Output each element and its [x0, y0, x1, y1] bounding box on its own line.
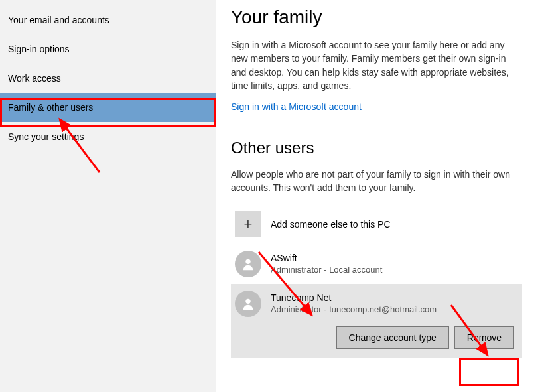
remove-button[interactable]: Remove: [454, 326, 514, 349]
family-heading: Your family: [231, 7, 522, 28]
user-subtitle: Administrator - Local account: [271, 265, 382, 275]
signin-microsoft-link[interactable]: Sign in with a Microsoft account: [231, 101, 522, 112]
sidebar-item-email-accounts[interactable]: Your email and accounts: [0, 5, 216, 34]
user-account-aswift[interactable]: ASwift Administrator - Local account: [231, 244, 522, 284]
other-users-description: Allow people who are not part of your fa…: [231, 168, 522, 195]
user-name: ASwift: [271, 253, 382, 263]
user-name: Tunecomp Net: [271, 293, 437, 303]
user-subtitle: Administrator - tunecomp.net@hotmail.com: [271, 304, 437, 314]
add-user-button[interactable]: + Add someone else to this PC: [231, 204, 522, 244]
main-content: Your family Sign in with a Microsoft acc…: [216, 0, 542, 392]
sidebar-item-signin-options[interactable]: Sign-in options: [0, 34, 216, 64]
sidebar: Your email and accounts Sign-in options …: [0, 0, 216, 392]
add-user-label: Add someone else to this PC: [271, 219, 391, 229]
sidebar-item-sync-settings[interactable]: Sync your settings: [0, 122, 216, 151]
user-account-tunecomp[interactable]: Tunecomp Net Administrator - tunecomp.ne…: [231, 284, 522, 358]
sidebar-item-family-other-users[interactable]: Family & other users: [0, 93, 216, 122]
svg-point-0: [245, 259, 250, 263]
change-account-type-button[interactable]: Change account type: [336, 326, 449, 349]
avatar-icon: [235, 291, 261, 317]
sidebar-item-work-access[interactable]: Work access: [0, 64, 216, 93]
family-description: Sign in with a Microsoft account to see …: [231, 38, 522, 92]
other-users-heading: Other users: [231, 139, 522, 157]
svg-point-1: [245, 298, 250, 303]
avatar-icon: [235, 251, 261, 277]
plus-icon: +: [235, 211, 261, 237]
